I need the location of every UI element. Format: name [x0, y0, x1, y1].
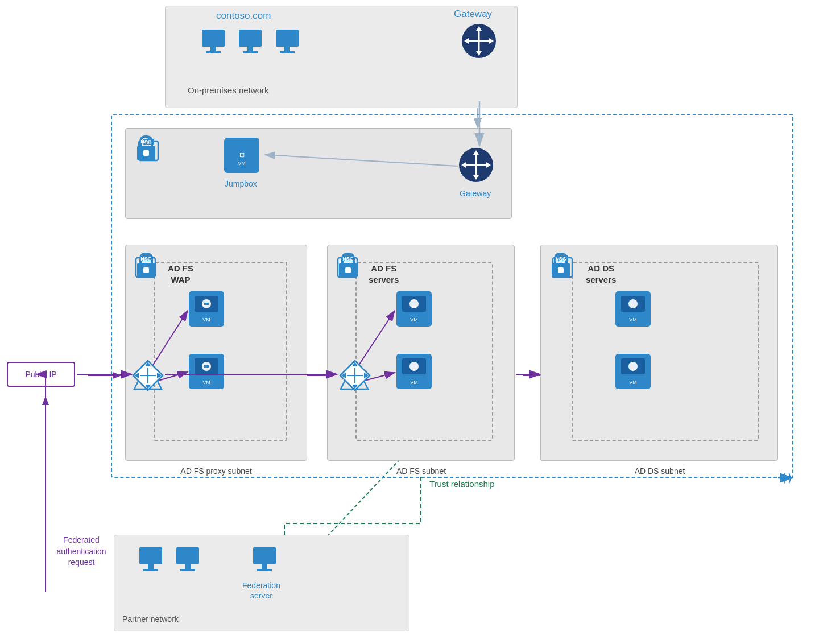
svg-point-61 — [409, 299, 419, 308]
adfs-proxy-subnet-label: AD FS proxy subnet — [128, 467, 304, 476]
svg-rect-115 — [345, 267, 351, 273]
partner-network-label: Partner network — [122, 614, 179, 624]
monitor-icon-3 — [273, 28, 301, 60]
vm-icon-adds-top: VM — [614, 290, 652, 328]
jumpbox-label: Jumpbox — [225, 179, 257, 188]
lb-diamond-1 — [131, 358, 165, 393]
jumpbox-subnet-box — [125, 128, 512, 219]
svg-text:NSG: NSG — [555, 256, 566, 262]
federation-server-monitor — [250, 546, 279, 577]
vm-icon-adfs-bottom: VM — [395, 353, 433, 390]
adds-servers-label: AD DSservers — [586, 263, 616, 285]
svg-text:NSG: NSG — [140, 256, 152, 262]
adfs-subnet-label: AD FS subnet — [329, 467, 514, 476]
public-ip-box: Public IP — [7, 362, 75, 387]
nsg-lock-adfs: NSG — [334, 250, 362, 282]
svg-text:VM: VM — [238, 160, 246, 166]
svg-rect-104 — [180, 569, 195, 571]
svg-rect-19 — [280, 51, 295, 53]
svg-rect-11 — [202, 30, 225, 47]
svg-rect-101 — [143, 569, 158, 571]
svg-rect-99 — [139, 547, 162, 564]
gateway-top-label: Gateway — [454, 9, 492, 20]
adds-subnet-label: AD DS subnet — [543, 467, 776, 476]
svg-rect-15 — [247, 47, 253, 51]
contoso-label: contoso.com — [216, 10, 271, 22]
diagram-container: contoso.com Gateway On-premises network — [0, 0, 815, 644]
svg-rect-103 — [185, 564, 191, 569]
svg-text:⊞: ⊞ — [239, 151, 245, 158]
vm-icon-adfs-proxy-bottom: VM — [188, 353, 225, 390]
vm-icon-adfs-top: VM — [395, 290, 433, 328]
monitor-icon-2 — [236, 28, 264, 60]
monitor-icon-1 — [199, 28, 227, 60]
svg-point-76 — [628, 299, 638, 308]
adds-inner-box — [572, 262, 759, 441]
adfs-wap-label: AD FSWAP — [168, 263, 193, 285]
svg-rect-109 — [143, 150, 149, 156]
svg-rect-118 — [558, 267, 564, 273]
svg-rect-102 — [176, 547, 199, 564]
federated-auth-label: Federatedauthentication request — [50, 535, 113, 568]
nsg-lock-adds: NSG — [547, 250, 574, 282]
svg-text:VM: VM — [202, 379, 210, 385]
svg-rect-14 — [239, 30, 262, 47]
svg-point-80 — [628, 362, 638, 371]
partner-monitor-2 — [173, 546, 202, 577]
svg-rect-12 — [210, 47, 216, 51]
svg-rect-100 — [148, 564, 154, 569]
gateway-circle-azure — [458, 147, 495, 184]
nsg-lock-jumpbox: NSG — [133, 133, 160, 165]
svg-rect-16 — [243, 51, 258, 53]
svg-text:VM: VM — [629, 379, 637, 385]
gateway-circle-top — [461, 23, 498, 60]
trust-relationship-label: Trust relationship — [429, 479, 495, 489]
vm-icon-adds-bottom: VM — [614, 353, 652, 390]
svg-rect-13 — [206, 51, 221, 53]
dots-connector: ⟨·⟩ — [782, 471, 791, 485]
svg-text:NSG: NSG — [140, 139, 152, 145]
svg-text:NSG: NSG — [342, 256, 354, 262]
svg-text:VM: VM — [410, 317, 418, 323]
svg-rect-18 — [284, 47, 290, 51]
nsg-lock-proxy: NSG — [133, 250, 160, 282]
gateway-azure-label: Gateway — [460, 189, 491, 198]
svg-rect-107 — [257, 569, 272, 571]
svg-rect-112 — [143, 267, 149, 273]
jumpbox-vm-icon: ⊞ VM — [222, 135, 262, 175]
svg-rect-105 — [253, 547, 276, 564]
public-ip-label: Public IP — [25, 370, 56, 379]
adfs-proxy-inner-box — [154, 262, 287, 441]
svg-rect-17 — [276, 30, 299, 47]
lb-diamond-2 — [338, 358, 372, 393]
federation-server-label: Federationserver — [242, 580, 280, 601]
vm-icon-adfs-proxy-top: VM — [188, 290, 225, 328]
svg-text:VM: VM — [410, 379, 418, 385]
partner-monitor-1 — [136, 546, 165, 577]
svg-point-65 — [409, 362, 419, 371]
adfs-inner-box — [355, 262, 493, 441]
svg-rect-106 — [262, 564, 267, 569]
svg-text:VM: VM — [629, 317, 637, 323]
on-premises-label: On-premises network — [188, 85, 269, 95]
svg-text:VM: VM — [202, 317, 210, 323]
adfs-servers-label: AD FSservers — [369, 263, 399, 285]
